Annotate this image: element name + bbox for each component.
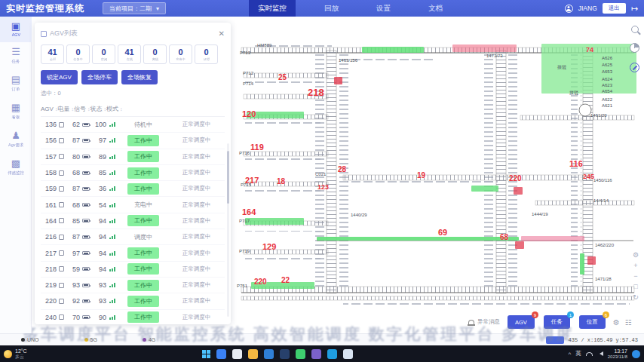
table-row[interactable]: 220 92 93 工作中 正常调度中 bbox=[41, 293, 225, 309]
search-icon[interactable] bbox=[631, 26, 639, 33]
checkbox-icon[interactable] bbox=[59, 299, 64, 304]
table-row[interactable]: 219 93 93 工作中 正常调度中 bbox=[41, 278, 225, 293]
action-button[interactable]: 全场恢复 bbox=[121, 70, 158, 84]
checkbox-icon[interactable] bbox=[59, 250, 64, 256]
agv-number-annotation[interactable]: 74 bbox=[586, 47, 593, 54]
sidebar-item[interactable]: 看板 bbox=[0, 98, 32, 126]
stat-box[interactable]: 0 任务中 bbox=[66, 44, 90, 64]
stat-box[interactable]: 0 离线 bbox=[143, 44, 167, 64]
checkbox-icon[interactable] bbox=[59, 122, 64, 127]
app-icon[interactable] bbox=[296, 349, 305, 359]
agv-number-annotation[interactable]: 220 bbox=[254, 278, 267, 286]
logout-button[interactable]: 退出 bbox=[603, 3, 626, 14]
clock[interactable]: 13:17 2023/11/8 bbox=[608, 348, 627, 360]
toolbar-icon[interactable]: ⚙ bbox=[613, 318, 620, 327]
stat-box[interactable]: 41 在线 bbox=[118, 44, 141, 64]
layer-button[interactable]: AGV 9 bbox=[508, 315, 535, 329]
layer-button[interactable]: 位置 6 bbox=[579, 315, 606, 329]
stat-box[interactable]: 0 空闲 bbox=[92, 44, 115, 64]
table-row[interactable]: 218 59 94 工作中 正常调度中 bbox=[41, 262, 225, 278]
sidebar-item[interactable]: 订单 bbox=[0, 70, 32, 98]
checkbox-icon[interactable] bbox=[59, 235, 64, 240]
notification-icon[interactable] bbox=[632, 350, 640, 358]
agv-number-annotation[interactable]: 28 bbox=[338, 166, 346, 173]
app-icon[interactable] bbox=[311, 349, 321, 359]
nav-tab[interactable]: 回放 bbox=[315, 0, 348, 17]
checkbox-icon[interactable] bbox=[59, 283, 64, 288]
map-control-icon[interactable]: − bbox=[633, 273, 637, 280]
agv-number-annotation[interactable]: 129 bbox=[262, 243, 276, 251]
sidebar-item[interactable]: 任务 bbox=[0, 42, 32, 70]
table-row[interactable]: 159 87 36 工作中 正常调度中 bbox=[41, 181, 225, 197]
alert-toggle[interactable]: 异常消息 bbox=[468, 318, 500, 326]
app-icon[interactable] bbox=[343, 349, 353, 359]
app-icon[interactable] bbox=[280, 349, 290, 359]
column-header[interactable]: AGV ↕ bbox=[41, 106, 57, 112]
checkbox-icon[interactable] bbox=[59, 170, 64, 176]
volume-icon[interactable] bbox=[597, 351, 603, 356]
action-button[interactable]: 锁定AGV bbox=[41, 70, 78, 84]
table-row[interactable]: 164 85 94 工作中 正常调度中 bbox=[41, 213, 225, 229]
weather-widget[interactable]: 12°C 多云 bbox=[4, 348, 27, 359]
table-row[interactable]: 157 80 89 工作中 正常调度中 bbox=[41, 149, 225, 165]
compass-icon[interactable] bbox=[630, 63, 639, 72]
table-row[interactable]: 217 97 94 工作中 正常调度中 bbox=[41, 245, 225, 261]
checkbox-icon[interactable] bbox=[59, 154, 64, 159]
action-button[interactable]: 全场停车 bbox=[81, 70, 118, 84]
app-icon[interactable] bbox=[248, 349, 258, 359]
checkbox-icon[interactable] bbox=[59, 186, 64, 192]
agv-number-annotation[interactable]: 19 bbox=[417, 172, 425, 179]
wifi-tray-icon[interactable] bbox=[586, 352, 593, 356]
toolbar-icon[interactable]: ☷ bbox=[625, 318, 632, 327]
stat-box[interactable]: 0 故障 bbox=[195, 44, 218, 64]
table-row[interactable]: 240 70 90 工作中 正常调度中 bbox=[41, 310, 225, 324]
map-control-icon[interactable]: □ bbox=[633, 284, 637, 290]
pie-chart-icon[interactable] bbox=[630, 43, 639, 53]
factory-map[interactable]: 2521812011921718123281916412922022696811… bbox=[230, 17, 644, 333]
table-row[interactable]: 136 62 100 待机中 正常调度中 bbox=[41, 117, 225, 133]
sidebar-item[interactable]: Agv需求 bbox=[0, 126, 32, 154]
checkbox-icon[interactable] bbox=[59, 138, 64, 143]
sidebar-item[interactable]: 传感监控 bbox=[0, 154, 32, 182]
agv-number-annotation[interactable]: 218 bbox=[308, 87, 324, 97]
agv-number-annotation[interactable]: 116 bbox=[569, 160, 583, 168]
column-header[interactable]: 模式 ↕ bbox=[106, 105, 123, 113]
checkbox-icon[interactable] bbox=[59, 266, 64, 272]
table-row[interactable]: 161 68 54 充电中 正常调度中 bbox=[41, 197, 225, 213]
agv-number-annotation[interactable]: 18 bbox=[277, 178, 285, 186]
sort-icon[interactable]: ↕ bbox=[120, 106, 123, 112]
stat-box[interactable]: 0 充电中 bbox=[169, 44, 192, 64]
agv-number-annotation[interactable]: 25 bbox=[278, 74, 287, 81]
app-icon[interactable] bbox=[216, 349, 226, 359]
checkbox-icon[interactable] bbox=[59, 202, 64, 207]
checkbox-icon[interactable] bbox=[59, 218, 64, 223]
exit-icon[interactable]: ↦ bbox=[631, 5, 638, 13]
project-selector[interactable]: 当前项目：二期 ▾ bbox=[103, 2, 166, 14]
table-row[interactable]: 216 87 94 调度中 正常调度中 bbox=[41, 229, 225, 245]
app-icon[interactable] bbox=[232, 349, 242, 359]
app-icon[interactable] bbox=[264, 349, 274, 359]
agv-number-annotation[interactable]: 123 bbox=[317, 184, 329, 191]
map-control-icon[interactable]: ⚙ bbox=[633, 252, 639, 259]
agv-number-annotation[interactable]: 22 bbox=[281, 277, 290, 284]
column-header[interactable]: 信号 ↕ bbox=[74, 105, 90, 113]
start-button[interactable] bbox=[202, 350, 210, 358]
map-control-icon[interactable]: + bbox=[633, 262, 637, 269]
close-icon[interactable]: ✕ bbox=[219, 29, 225, 38]
agv-number-annotation[interactable]: 119 bbox=[250, 143, 264, 152]
mini-button[interactable] bbox=[546, 336, 564, 344]
layer-button[interactable]: 任务 1 bbox=[544, 315, 570, 329]
checkbox-icon[interactable] bbox=[59, 314, 64, 320]
scrollbar-thumb[interactable] bbox=[227, 151, 229, 204]
nav-tab[interactable]: 设置 bbox=[367, 0, 400, 17]
agv-number-annotation[interactable]: 68 bbox=[500, 234, 508, 241]
nav-tab[interactable]: 实时监控 bbox=[249, 0, 296, 17]
app-icon[interactable] bbox=[327, 349, 337, 359]
table-row[interactable]: 156 87 97 工作中 正常调度中 bbox=[41, 133, 225, 149]
panel-scrollbar[interactable] bbox=[227, 143, 229, 317]
column-header[interactable]: 状态 ↕ bbox=[90, 105, 106, 113]
tray-expand-icon[interactable]: ^ bbox=[568, 351, 571, 357]
column-header[interactable]: 电量 ↕ bbox=[57, 105, 74, 113]
map-control-icon[interactable]: ↻ bbox=[633, 294, 639, 301]
agv-number-annotation[interactable]: 220 bbox=[509, 175, 522, 183]
